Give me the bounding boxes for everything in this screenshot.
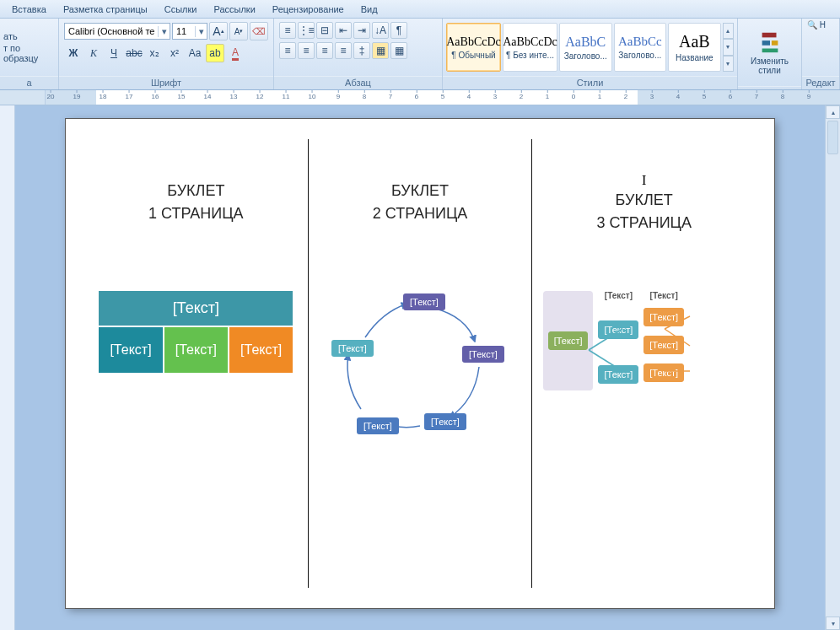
style-heading1[interactable]: AaBbC Заголово... xyxy=(559,23,612,72)
ruler-tick: 17 xyxy=(126,93,133,100)
scroll-down-icon[interactable]: ▾ xyxy=(826,617,840,630)
ruler-tick: 3 xyxy=(493,93,497,100)
style-no-spacing[interactable]: AaBbCcDc ¶ Без инте... xyxy=(503,23,557,72)
horizontal-ruler[interactable]: 2019181716151413121110987654321012345678… xyxy=(46,90,840,105)
ruler-tick: 14 xyxy=(204,93,212,100)
strike-button[interactable]: abc xyxy=(125,44,143,62)
ruler-corner xyxy=(0,90,46,105)
sort-button[interactable]: ↓A xyxy=(372,22,389,39)
menu-insert[interactable]: Вставка xyxy=(3,3,55,16)
subscript-button[interactable]: x₂ xyxy=(145,44,164,62)
justify-button[interactable]: ≡ xyxy=(335,42,352,59)
style-normal[interactable]: AaBbCcDc ¶ Обычный xyxy=(446,23,501,72)
menu-page-layout[interactable]: Разметка страницы xyxy=(55,3,156,16)
change-styles-button[interactable]: Изменить стили xyxy=(738,19,801,86)
sa1-cell-2[interactable]: [Текст] xyxy=(164,327,229,373)
menu-mailings[interactable]: Рассылки xyxy=(205,3,263,16)
decrease-indent-button[interactable]: ⇤ xyxy=(335,22,352,39)
chevron-down-icon[interactable]: ▾ xyxy=(158,26,170,37)
chevron-up-icon[interactable]: ▴ xyxy=(723,23,734,39)
ruler-tick: 1 xyxy=(546,93,549,100)
hier-root[interactable]: [Текст] xyxy=(548,331,589,350)
smartart-hierarchy[interactable]: [Текст] [Текст] [Текст] [Текст] [Текст] … xyxy=(543,291,746,390)
grow-font-button[interactable]: A▴ xyxy=(209,22,228,40)
menu-references[interactable]: Ссылки xyxy=(156,3,206,16)
change-case-button[interactable]: Aa xyxy=(186,44,204,62)
cycle-node-1[interactable]: [Текст] xyxy=(403,293,445,310)
hier-leaf-3[interactable]: [Текст] xyxy=(643,363,684,382)
superscript-button[interactable]: x² xyxy=(165,44,184,62)
hier-col-mid: [Текст] [Текст] [Текст] xyxy=(598,291,638,386)
font-size-input[interactable] xyxy=(173,24,195,39)
viewport[interactable]: БУКЛЕТ 1 СТРАНИЦА [Текст] [Текст] [Текст… xyxy=(15,105,825,630)
pane2-title: БУКЛЕТ xyxy=(391,182,449,200)
font-name-combo[interactable]: ▾ xyxy=(64,23,170,40)
hier-mid-1[interactable]: [Текст] xyxy=(598,320,638,339)
cycle-node-2[interactable]: [Текст] xyxy=(462,346,504,363)
cycle-node-4[interactable]: [Текст] xyxy=(357,417,399,434)
chevron-down-icon[interactable]: ▾ xyxy=(723,39,734,55)
hier-mid-2[interactable]: [Текст] xyxy=(598,365,638,384)
format-painter-button[interactable]: т по образцу xyxy=(3,43,55,63)
sa1-header[interactable]: [Текст] xyxy=(99,291,293,327)
cycle-node-5[interactable]: [Текст] xyxy=(331,340,374,357)
change-styles-group-label xyxy=(738,86,801,89)
clear-format-button[interactable]: ⌫ xyxy=(250,22,268,40)
show-marks-button[interactable]: ¶ xyxy=(390,22,407,39)
vertical-ruler[interactable] xyxy=(0,105,15,630)
scroll-track[interactable] xyxy=(826,156,840,617)
style-title[interactable]: AaB Название xyxy=(668,23,721,72)
change-styles-icon xyxy=(757,30,783,55)
hier-leaf-1[interactable]: [Текст] xyxy=(643,308,684,326)
menu-view[interactable]: Вид xyxy=(353,3,386,16)
align-center-button[interactable]: ≡ xyxy=(298,42,315,59)
style-gallery-scroll[interactable]: ▴ ▾ ▾ xyxy=(723,23,734,72)
style-name: Название xyxy=(676,53,713,62)
ruler-tick: 3 xyxy=(650,93,654,100)
style-name: Заголово... xyxy=(618,51,661,60)
find-button[interactable]: 🔍 Н xyxy=(807,20,826,30)
style-heading2[interactable]: AaBbCc Заголово... xyxy=(614,23,667,72)
smartart-table[interactable]: [Текст] [Текст] [Текст] [Текст] xyxy=(99,291,293,373)
borders-button[interactable]: ▦ xyxy=(390,42,407,59)
ruler-tick: 5 xyxy=(441,93,444,100)
menu-review[interactable]: Рецензирование xyxy=(264,3,353,16)
line-spacing-button[interactable]: ‡ xyxy=(353,42,370,59)
cycle-node-3[interactable]: [Текст] xyxy=(424,413,466,430)
highlight-button[interactable]: ab xyxy=(206,44,224,62)
sa1-cell-1[interactable]: [Текст] xyxy=(99,327,164,373)
increase-indent-button[interactable]: ⇥ xyxy=(353,22,370,39)
sa1-cell-3[interactable]: [Текст] xyxy=(229,327,293,373)
smartart-cycle[interactable]: [Текст] [Текст] [Текст] [Текст] [Текст] xyxy=(323,291,517,460)
align-left-button[interactable]: ≡ xyxy=(279,42,296,59)
page[interactable]: БУКЛЕТ 1 СТРАНИЦА [Текст] [Текст] [Текст… xyxy=(66,119,774,608)
font-color-button[interactable]: A xyxy=(226,44,245,62)
more-icon[interactable]: ▾ xyxy=(723,56,734,72)
font-label: Шрифт xyxy=(59,76,273,89)
hier-leaf-2[interactable]: [Текст] xyxy=(643,336,684,354)
align-right-button[interactable]: ≡ xyxy=(316,42,333,59)
number-list-button[interactable]: ⋮≡ xyxy=(298,22,315,39)
scroll-thumb[interactable] xyxy=(827,121,838,154)
scroll-up-icon[interactable]: ▴ xyxy=(826,105,840,119)
cut-button[interactable]: ать xyxy=(3,31,18,41)
bullet-list-button[interactable]: ≡ xyxy=(279,22,296,39)
vertical-scrollbar[interactable]: ▴ ▾ xyxy=(825,105,840,630)
hier-col-root: [Текст] xyxy=(543,291,594,390)
pane3-roman: I xyxy=(642,173,646,188)
bold-button[interactable]: Ж xyxy=(64,44,83,62)
underline-button[interactable]: Ч xyxy=(105,44,123,62)
font-size-combo[interactable]: ▾ xyxy=(172,23,207,40)
italic-button[interactable]: К xyxy=(84,44,103,62)
pane3-title: БУКЛЕТ xyxy=(616,191,673,209)
ruler-tick: 19 xyxy=(73,93,81,100)
chevron-down-icon[interactable]: ▾ xyxy=(195,26,207,37)
shading-button[interactable]: ▦ xyxy=(372,42,389,59)
shrink-font-button[interactable]: A▾ xyxy=(229,22,248,40)
ruler-tick: 8 xyxy=(363,93,366,100)
separator-2 xyxy=(531,139,532,588)
hier-col-leaf: [Текст] [Текст] [Текст] [Текст] xyxy=(643,291,684,385)
font-name-input[interactable] xyxy=(65,24,158,39)
svg-rect-3 xyxy=(762,49,778,53)
multilevel-list-button[interactable]: ⊟ xyxy=(316,22,333,39)
